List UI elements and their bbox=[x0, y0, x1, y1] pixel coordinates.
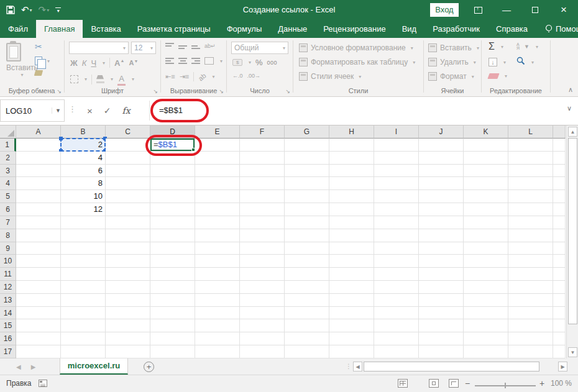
cell-J5[interactable] bbox=[419, 190, 464, 203]
cell-I16[interactable] bbox=[374, 332, 419, 345]
decrease-decimal-icon[interactable]: .00→ bbox=[247, 73, 261, 79]
cell-A4[interactable] bbox=[16, 177, 61, 190]
cell-J3[interactable] bbox=[419, 165, 464, 178]
cell-E4[interactable] bbox=[195, 177, 240, 190]
cell-I8[interactable] bbox=[374, 229, 419, 242]
cell-H1[interactable] bbox=[329, 139, 374, 152]
cell-B11[interactable] bbox=[61, 268, 106, 281]
cell-C2[interactable] bbox=[106, 152, 150, 165]
scroll-down-icon[interactable]: ▼ bbox=[568, 347, 577, 357]
cell-G6[interactable] bbox=[285, 203, 329, 216]
row-header-16[interactable]: 16 bbox=[0, 332, 16, 345]
close-icon[interactable]: × bbox=[549, 0, 578, 20]
underline-button[interactable]: Ч bbox=[91, 58, 96, 68]
tab-вид[interactable]: Вид bbox=[394, 20, 425, 38]
borders-icon[interactable] bbox=[70, 75, 78, 83]
cell-H14[interactable] bbox=[329, 307, 374, 320]
font-color-icon[interactable]: А bbox=[117, 73, 126, 86]
cell-B5[interactable]: 10 bbox=[61, 190, 106, 203]
cell-D7[interactable] bbox=[150, 216, 195, 229]
cell-D8[interactable] bbox=[150, 229, 195, 242]
cell-I13[interactable] bbox=[374, 294, 419, 307]
page-layout-view-icon[interactable] bbox=[429, 379, 439, 388]
cell-G7[interactable] bbox=[285, 216, 329, 229]
cell-J12[interactable] bbox=[419, 281, 464, 294]
insert-function-icon[interactable]: fx bbox=[122, 106, 131, 116]
cut-icon[interactable]: ✂ bbox=[35, 42, 50, 52]
row-header-11[interactable]: 11 bbox=[0, 268, 16, 281]
cell-E17[interactable] bbox=[195, 345, 240, 358]
cell-C14[interactable] bbox=[106, 307, 150, 320]
cell-D5[interactable] bbox=[150, 190, 195, 203]
cell-E9[interactable] bbox=[195, 242, 240, 255]
cell-A17[interactable] bbox=[16, 345, 61, 358]
tab-рецензирование[interactable]: Рецензирование bbox=[315, 20, 393, 38]
cell-G17[interactable] bbox=[285, 345, 329, 358]
zoom-slider-handle[interactable] bbox=[505, 383, 506, 388]
row-header-13[interactable]: 13 bbox=[0, 294, 16, 307]
cell-C4[interactable] bbox=[106, 177, 150, 190]
format-cells-button[interactable]: Формат▾ bbox=[428, 70, 479, 83]
cell-H17[interactable] bbox=[329, 345, 374, 358]
cell-A3[interactable] bbox=[16, 165, 61, 178]
row-header-3[interactable]: 3 bbox=[0, 165, 16, 178]
number-dialog-launcher-icon[interactable]: ↘ bbox=[285, 88, 290, 94]
cell-E14[interactable] bbox=[195, 307, 240, 320]
cell-F2[interactable] bbox=[240, 152, 285, 165]
cell-J11[interactable] bbox=[419, 268, 464, 281]
cell-J6[interactable] bbox=[419, 203, 464, 216]
cell-G10[interactable] bbox=[285, 255, 329, 268]
cell-G1[interactable] bbox=[285, 139, 329, 152]
row-header-7[interactable]: 7 bbox=[0, 216, 16, 229]
cell-D12[interactable] bbox=[150, 281, 195, 294]
cell-H16[interactable] bbox=[329, 332, 374, 345]
cell-I2[interactable] bbox=[374, 152, 419, 165]
cell-C6[interactable] bbox=[106, 203, 150, 216]
cell-C10[interactable] bbox=[106, 255, 150, 268]
cell-E2[interactable] bbox=[195, 152, 240, 165]
cell-D13[interactable] bbox=[150, 294, 195, 307]
cell-B13[interactable] bbox=[61, 294, 106, 307]
cell-E13[interactable] bbox=[195, 294, 240, 307]
cell-K12[interactable] bbox=[464, 281, 508, 294]
normal-view-icon[interactable] bbox=[398, 379, 408, 388]
cell-L11[interactable] bbox=[508, 268, 553, 281]
cell-G14[interactable] bbox=[285, 307, 329, 320]
decrease-indent-icon[interactable]: ⇤≡ bbox=[165, 73, 175, 81]
cell-A8[interactable] bbox=[16, 229, 61, 242]
fill-down-icon[interactable]: ↓ bbox=[489, 58, 497, 66]
cell-K4[interactable] bbox=[464, 177, 508, 190]
cell-L4[interactable] bbox=[508, 177, 553, 190]
tab-scrollbar-splitter[interactable]: ⋮ bbox=[346, 363, 352, 370]
align-top-icon[interactable] bbox=[165, 43, 174, 49]
cell-H10[interactable] bbox=[329, 255, 374, 268]
assistant-button[interactable]: Помощн bbox=[539, 24, 578, 34]
cell-H5[interactable] bbox=[329, 190, 374, 203]
cell-A9[interactable] bbox=[16, 242, 61, 255]
column-header-C[interactable]: C bbox=[106, 125, 150, 139]
cell-G11[interactable] bbox=[285, 268, 329, 281]
alignment-dialog-launcher-icon[interactable]: ↘ bbox=[219, 88, 224, 94]
cell-A12[interactable] bbox=[16, 281, 61, 294]
scroll-up-icon[interactable]: ▲ bbox=[568, 127, 577, 137]
cell-J2[interactable] bbox=[419, 152, 464, 165]
column-header-L[interactable]: L bbox=[508, 125, 553, 139]
column-header-J[interactable]: J bbox=[419, 125, 464, 139]
cell-G8[interactable] bbox=[285, 229, 329, 242]
page-break-view-icon[interactable] bbox=[449, 379, 459, 388]
cell-J10[interactable] bbox=[419, 255, 464, 268]
cell-K10[interactable] bbox=[464, 255, 508, 268]
scroll-left-icon[interactable]: ◀ bbox=[353, 362, 362, 371]
maximize-icon[interactable] bbox=[521, 0, 549, 20]
cell-F6[interactable] bbox=[240, 203, 285, 216]
cell-K13[interactable] bbox=[464, 294, 508, 307]
cell-F9[interactable] bbox=[240, 242, 285, 255]
cell-J15[interactable] bbox=[419, 319, 464, 332]
cell-L10[interactable] bbox=[508, 255, 553, 268]
cell-L6[interactable] bbox=[508, 203, 553, 216]
cell-C7[interactable] bbox=[106, 216, 150, 229]
cell-G2[interactable] bbox=[285, 152, 329, 165]
cell-K8[interactable] bbox=[464, 229, 508, 242]
tab-разметка-страницы[interactable]: Разметка страницы bbox=[129, 20, 219, 38]
tab-разработчик[interactable]: Разработчик bbox=[424, 20, 488, 38]
